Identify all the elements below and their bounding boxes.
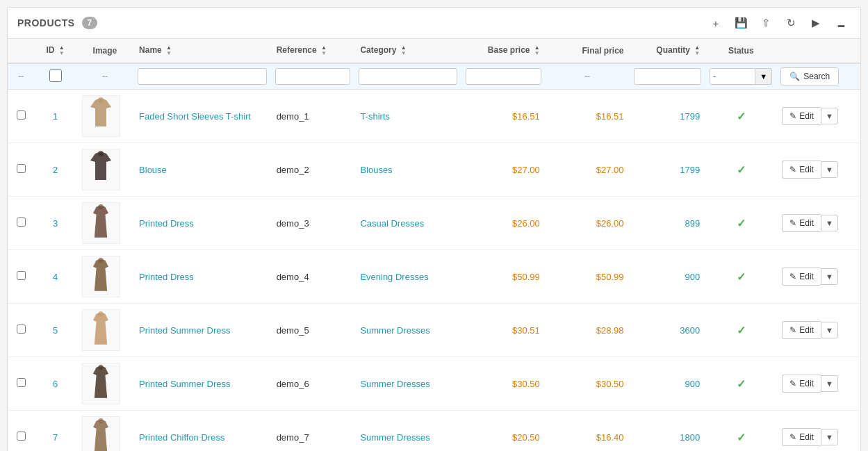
row-checkbox[interactable] — [17, 271, 26, 280]
edit-button[interactable]: ✎ Edit — [782, 375, 821, 393]
table-row: 7 Printed Chiffon Dress demo_7 Summer Dr… — [8, 411, 860, 452]
base-price-value: $50.99 — [512, 272, 540, 282]
row-quantity: 1800 — [630, 411, 706, 452]
row-final-price: $27.00 — [546, 143, 630, 197]
row-actions: ✎ Edit ▼ — [776, 197, 860, 250]
row-checkbox[interactable] — [17, 164, 26, 173]
filter-cat-input[interactable] — [359, 68, 457, 85]
product-name-link[interactable]: Blouse — [139, 165, 167, 175]
row-name-cell: Printed Chiffon Dress — [133, 411, 271, 452]
col-header-quantity[interactable]: Quantity ▲ ▼ — [630, 39, 706, 63]
row-id-link[interactable]: 3 — [53, 218, 58, 229]
filter-status-cell: - Enabled Disabled ▼ — [705, 63, 776, 90]
category-link[interactable]: Blouses — [360, 165, 392, 175]
row-id-link[interactable]: 1 — [53, 111, 58, 122]
pencil-icon: ✎ — [789, 111, 796, 121]
product-name-link[interactable]: Printed Summer Dress — [139, 379, 230, 389]
row-checkbox[interactable] — [17, 378, 26, 387]
category-link[interactable]: Summer Dresses — [360, 325, 429, 336]
row-id: 7 — [34, 411, 76, 452]
product-name-link[interactable]: Faded Short Sleeves T-shirt — [139, 111, 251, 122]
row-id-link[interactable]: 5 — [53, 325, 58, 336]
quantity-value: 900 — [685, 272, 701, 282]
col-header-reference[interactable]: Reference ▲ ▼ — [271, 39, 355, 63]
edit-dropdown-button[interactable]: ▼ — [821, 268, 838, 285]
row-reference: demo_4 — [271, 250, 355, 304]
row-id-link[interactable]: 2 — [53, 165, 58, 175]
status-enabled-icon: ✓ — [737, 110, 746, 122]
row-quantity: 900 — [630, 250, 706, 304]
pencil-icon: ✎ — [789, 325, 796, 335]
edit-button[interactable]: ✎ Edit — [782, 214, 821, 232]
row-image-cell — [76, 90, 133, 143]
edit-button[interactable]: ✎ Edit — [782, 428, 821, 446]
row-status: ✓ — [705, 304, 776, 357]
upload-button[interactable]: ⇧ — [756, 13, 776, 33]
row-id-link[interactable]: 4 — [53, 272, 58, 282]
select-all-checkbox[interactable] — [49, 69, 62, 82]
col-header-id[interactable]: ID ▲ ▼ — [34, 39, 76, 63]
database-button[interactable]: 🗕 — [831, 13, 851, 33]
col-header-name[interactable]: Name ▲ ▼ — [133, 39, 271, 63]
status-select-dropdown-btn[interactable]: ▼ — [755, 68, 772, 85]
edit-dropdown-button[interactable]: ▼ — [821, 215, 838, 231]
final-price-value: $16.40 — [596, 432, 624, 443]
status-filter-select[interactable]: - Enabled Disabled — [710, 68, 755, 85]
filter-name-input[interactable] — [138, 68, 267, 85]
pencil-icon: ✎ — [789, 379, 796, 388]
final-price-value: $30.50 — [596, 379, 624, 389]
ref-sort-down: ▼ — [321, 51, 327, 56]
edit-button[interactable]: ✎ Edit — [782, 107, 821, 125]
pencil-icon: ✎ — [789, 432, 796, 442]
base-price-value: $30.51 — [512, 325, 540, 336]
product-name-link[interactable]: Printed Summer Dress — [139, 325, 230, 336]
filter-ref-input[interactable] — [275, 68, 351, 85]
save-button[interactable]: 💾 — [731, 13, 751, 33]
row-checkbox[interactable] — [17, 110, 26, 120]
edit-button[interactable]: ✎ Edit — [782, 268, 821, 286]
product-name-link[interactable]: Printed Dress — [139, 218, 194, 229]
svg-point-1 — [98, 151, 104, 156]
name-sort-down: ▼ — [166, 51, 172, 56]
row-status: ✓ — [705, 197, 776, 250]
edit-btn-group: ✎ Edit ▼ — [782, 321, 855, 339]
terminal-button[interactable]: ▶ — [806, 13, 826, 33]
col-header-category[interactable]: Category ▲ ▼ — [354, 39, 461, 63]
filter-qty-input[interactable] — [634, 68, 702, 85]
add-product-button[interactable]: + — [706, 13, 726, 33]
page-header: PRODUCTS 7 + 💾 ⇧ ↻ ▶ 🗕 — [8, 8, 860, 39]
svg-point-6 — [99, 418, 104, 423]
final-price-value: $27.00 — [596, 165, 624, 175]
row-id-link[interactable]: 7 — [53, 432, 58, 443]
product-name-link[interactable]: Printed Dress — [139, 272, 194, 282]
edit-dropdown-button[interactable]: ▼ — [821, 375, 838, 392]
category-link[interactable]: Summer Dresses — [360, 379, 429, 389]
col-header-image: Image — [76, 39, 133, 63]
category-link[interactable]: Summer Dresses — [360, 432, 429, 443]
row-checkbox[interactable] — [17, 218, 26, 227]
row-checkbox-cell — [8, 250, 34, 304]
edit-dropdown-button[interactable]: ▼ — [821, 161, 838, 178]
edit-dropdown-button[interactable]: ▼ — [821, 108, 838, 124]
col-header-base-price[interactable]: Base price ▲ ▼ — [461, 39, 546, 63]
category-link[interactable]: Evening Dresses — [360, 272, 428, 282]
row-quantity: 1799 — [630, 143, 706, 197]
refresh-button[interactable]: ↻ — [781, 13, 801, 33]
category-link[interactable]: T-shirts — [360, 111, 390, 122]
edit-dropdown-button[interactable]: ▼ — [821, 322, 838, 338]
row-checkbox[interactable] — [17, 432, 26, 441]
search-button[interactable]: 🔍 Search — [780, 67, 839, 85]
filter-final-cell: -- — [546, 63, 630, 90]
filter-base-input[interactable] — [466, 68, 541, 85]
row-base-price: $30.50 — [461, 357, 546, 411]
edit-button[interactable]: ✎ Edit — [782, 161, 821, 179]
edit-button[interactable]: ✎ Edit — [782, 321, 821, 339]
edit-dropdown-button[interactable]: ▼ — [821, 429, 838, 445]
row-actions: ✎ Edit ▼ — [776, 357, 860, 411]
product-image — [82, 309, 120, 351]
category-link[interactable]: Casual Dresses — [360, 218, 424, 229]
row-checkbox[interactable] — [17, 325, 26, 334]
row-id: 1 — [34, 90, 76, 143]
product-name-link[interactable]: Printed Chiffon Dress — [139, 432, 224, 443]
row-id-link[interactable]: 6 — [53, 379, 58, 389]
